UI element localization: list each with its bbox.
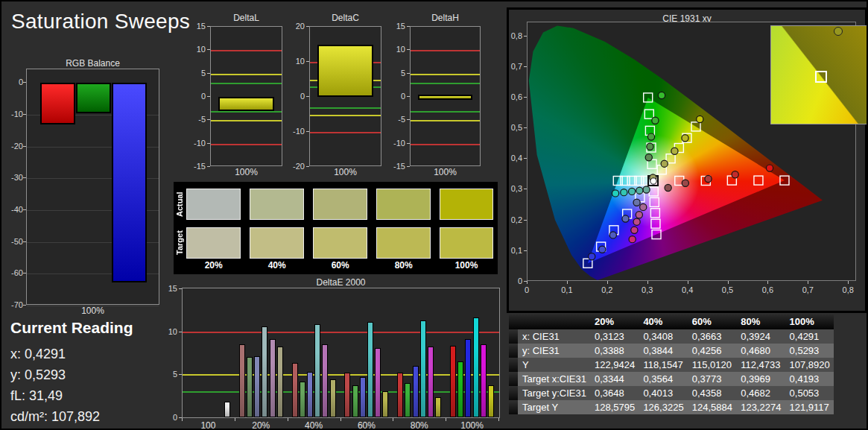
rgb-bar-green bbox=[76, 83, 111, 113]
table-value-cell: 121,9117 bbox=[785, 400, 834, 414]
cie-measured-point bbox=[682, 180, 688, 186]
current-reading-line: cd/m²: 107,892 bbox=[10, 406, 133, 427]
table-value-cell: 0,3388 bbox=[590, 344, 639, 358]
table-value-cell: 0,3408 bbox=[639, 329, 687, 344]
cie-target-square bbox=[644, 93, 653, 102]
swatch-col-label: 40% bbox=[250, 260, 304, 271]
delta-chart-title: DeltaC bbox=[294, 13, 396, 23]
current-reading-line: x: 0,4291 bbox=[10, 344, 133, 364]
deltae-bar-blue bbox=[254, 356, 260, 417]
deltae-bar-green bbox=[352, 385, 358, 417]
delta-y-tick-mark bbox=[207, 96, 210, 97]
deltae-y-tick-mark bbox=[179, 374, 182, 375]
cie-target-square bbox=[650, 209, 659, 218]
table-value-cell: 0,4680 bbox=[736, 344, 785, 358]
cie-zoom-inset bbox=[770, 25, 868, 124]
table-row-label bbox=[518, 314, 590, 329]
swatch-col-label: 20% bbox=[186, 260, 241, 271]
deltae-bar-yellow bbox=[382, 391, 388, 417]
table-value-cell: 124,5884 bbox=[688, 400, 736, 414]
deltae2000-plot bbox=[182, 288, 500, 418]
cie-measured-point bbox=[589, 253, 595, 260]
deltae-bar-green bbox=[457, 361, 463, 417]
cie-measured-point bbox=[697, 116, 703, 122]
cie-x-tick-mark bbox=[567, 281, 568, 284]
deltae-group-tick bbox=[235, 418, 235, 421]
delta-y-tick-mark bbox=[306, 61, 309, 62]
swatch-target-80% bbox=[376, 227, 431, 259]
cie-measured-point bbox=[636, 187, 643, 194]
reference-line bbox=[211, 120, 282, 121]
table-value-cell: 0,4291 bbox=[785, 329, 834, 344]
delta-y-tick-mark bbox=[407, 119, 410, 120]
cie-measured-point bbox=[612, 190, 618, 197]
cie-target-square bbox=[650, 197, 659, 206]
rgb-y-tick-mark bbox=[23, 273, 26, 274]
table-value-cell: 112,4733 bbox=[736, 358, 785, 372]
delta-y-tick-mark bbox=[407, 26, 410, 27]
cie-x-tick-mark bbox=[607, 281, 608, 284]
cie-y-tick-mark bbox=[524, 189, 527, 189]
rgb-bar-blue bbox=[112, 83, 147, 282]
deltae-bar-yellow bbox=[224, 402, 230, 417]
cie-measured-point bbox=[705, 175, 712, 182]
delta-y-tick-mark bbox=[207, 143, 210, 144]
cie-1931-chart[interactable]: CIE 1931 xy 00,10,20,30,40,50,60,70,800,… bbox=[507, 7, 867, 313]
deltae-y-tick-label: 15 bbox=[158, 284, 177, 293]
table-key-cell bbox=[509, 358, 518, 372]
deltae-bar-red bbox=[450, 346, 456, 417]
deltae-x-label: 100 bbox=[186, 420, 230, 430]
cie-target-square bbox=[754, 176, 763, 185]
table-value-cell: 0,3344 bbox=[590, 372, 639, 386]
cie-x-tick-mark bbox=[688, 281, 688, 284]
rgb-y-tick-mark bbox=[23, 177, 26, 178]
reference-line bbox=[183, 332, 499, 333]
table-value-cell: 100% bbox=[785, 314, 834, 329]
cie-x-tick-label: 0,4 bbox=[677, 285, 699, 294]
table-value-cell: 0,3924 bbox=[736, 329, 785, 344]
table-row-label: Target Y bbox=[518, 400, 590, 414]
delta-y-tick-label: 20 bbox=[285, 22, 305, 31]
cie-y-tick-mark bbox=[524, 250, 527, 251]
deltae-bar-magenta bbox=[322, 344, 328, 417]
delta-y-tick-mark bbox=[306, 96, 309, 97]
table-key-cell bbox=[509, 372, 518, 386]
deltae-group-tick bbox=[288, 418, 288, 421]
swatch-col-label: 100% bbox=[440, 260, 494, 271]
table-value-cell: 0,3844 bbox=[639, 344, 687, 358]
cie-x-tick-label: 0 bbox=[516, 285, 538, 294]
rgb-y-tick-label: -60 bbox=[1, 268, 23, 277]
swatch-actual-100% bbox=[440, 189, 494, 220]
rgb-y-tick-mark bbox=[23, 146, 26, 147]
cie-measured-point bbox=[622, 215, 629, 222]
table-row-label: x: CIE31 bbox=[518, 329, 590, 344]
deltae-bar-red bbox=[397, 373, 403, 417]
deltae-bar-yellow bbox=[277, 347, 283, 417]
table-key-cell bbox=[509, 344, 518, 358]
deltae-bar-blue bbox=[413, 366, 419, 417]
reference-line bbox=[411, 83, 480, 84]
deltae-bar-magenta bbox=[375, 348, 381, 417]
table-key-cell bbox=[509, 314, 518, 329]
rgb-balance-x-label: 100% bbox=[26, 306, 159, 316]
table-value-cell: 0,3123 bbox=[590, 329, 639, 344]
delta-x-label: 100% bbox=[402, 167, 488, 177]
deltal-plot bbox=[210, 26, 282, 166]
delta-y-tick-label: 5 bbox=[186, 69, 206, 78]
table-row: Y122,9424118,1547115,0120112,4733107,892… bbox=[509, 358, 834, 372]
swatch-col-label: 80% bbox=[376, 260, 431, 271]
reference-line bbox=[411, 50, 480, 51]
deltae-x-label: 60% bbox=[344, 420, 389, 430]
cie-target-square bbox=[644, 110, 653, 118]
table-row-label: Y bbox=[518, 358, 590, 372]
reference-line bbox=[211, 50, 282, 51]
current-reading-values: x: 0,4291y: 0,5293fL: 31,49cd/m²: 107,89… bbox=[10, 344, 133, 427]
cie-x-tick-mark bbox=[647, 281, 648, 284]
delta-y-tick-label: -5 bbox=[386, 115, 405, 124]
cie-measured-point bbox=[599, 246, 606, 253]
delta-y-tick-label: 10 bbox=[386, 45, 405, 54]
table-value-cell: 20% bbox=[590, 314, 639, 329]
swatch-target-100% bbox=[440, 227, 494, 259]
deltae-group-tick bbox=[340, 418, 341, 421]
deltae-bar-blue bbox=[465, 339, 471, 417]
